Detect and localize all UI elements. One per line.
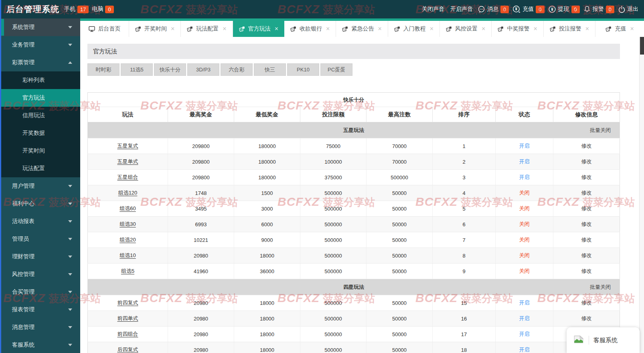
tab-close-icon[interactable]: × — [585, 26, 589, 32]
status-toggle-link[interactable]: 关闭 — [519, 190, 530, 196]
tab-投注报警[interactable]: 投注报警× — [544, 21, 595, 37]
play-name-link[interactable]: 五星复式 — [117, 143, 138, 149]
tab-close-icon[interactable]: × — [378, 26, 381, 32]
sidebar-item-消息管理[interactable]: 消息管理 — [0, 319, 80, 336]
status-toggle-link[interactable]: 开启 — [519, 347, 530, 353]
play-name-link[interactable]: 组选120 — [118, 190, 138, 196]
lottery-button-六合彩[interactable]: 六合彩 — [221, 63, 253, 76]
play-name-link[interactable]: 组选5 — [121, 268, 134, 274]
sidebar-item-系统管理[interactable]: 系统管理 — [0, 18, 80, 36]
batch-close-button[interactable]: 批量关闭 — [590, 284, 611, 291]
sidebar-item-管理员[interactable]: 管理员 — [0, 230, 80, 248]
counter-充值[interactable]: ¥+充值0 — [512, 5, 544, 13]
submenu-item-玩法配置[interactable]: 玩法配置 — [0, 160, 80, 177]
sidebar-item-风控管理[interactable]: 风控管理 — [0, 266, 80, 283]
logout-button[interactable]: 退出 — [618, 6, 638, 13]
edit-link[interactable]: 修改 — [581, 300, 592, 306]
tab-入门教程[interactable]: 入门教程× — [388, 21, 440, 37]
tab-紧急公告[interactable]: 紧急公告× — [336, 21, 388, 37]
tab-close-icon[interactable]: × — [630, 26, 634, 32]
play-name-link[interactable]: 前四复式 — [117, 300, 138, 306]
tab-close-icon[interactable]: × — [326, 26, 330, 32]
sidebar-item-福利中心[interactable]: 福利中心 — [0, 195, 80, 213]
scrollbar-thumb[interactable] — [640, 37, 644, 55]
edit-link[interactable]: 修改 — [581, 158, 592, 164]
status-toggle-link[interactable]: 开启 — [519, 315, 530, 321]
play-name-link[interactable]: 后四复式 — [117, 347, 138, 353]
lottery-button-快乐十分[interactable]: 快乐十分 — [154, 63, 186, 76]
lottery-button-11选5[interactable]: 11选5 — [121, 63, 153, 76]
lottery-button-时时彩[interactable]: 时时彩 — [87, 63, 119, 76]
edit-link[interactable]: 修改 — [581, 252, 592, 258]
status-toggle-link[interactable]: 关闭 — [519, 221, 530, 227]
edit-link[interactable]: 修改 — [581, 237, 592, 243]
lottery-button-PC蛋蛋[interactable]: PC蛋蛋 — [320, 63, 352, 76]
status-toggle-link[interactable]: 开启 — [519, 174, 530, 180]
play-name-link[interactable]: 组选60 — [119, 205, 136, 211]
play-name-link[interactable]: 五星单式 — [117, 158, 138, 164]
sidebar-item-用户管理[interactable]: 用户管理 — [0, 177, 80, 195]
tab-close-icon[interactable]: × — [533, 26, 537, 32]
sidebar-item-合买管理[interactable]: 合买管理 — [0, 283, 80, 301]
edit-link[interactable]: 修改 — [581, 174, 592, 180]
tab-close-icon[interactable]: × — [482, 26, 485, 32]
submenu-item-官方玩法[interactable]: 官方玩法 — [0, 89, 80, 107]
batch-close-button[interactable]: 批量关闭 — [590, 127, 611, 134]
sidebar-item-彩票管理[interactable]: 彩票管理 — [0, 54, 80, 71]
tab-中奖报警[interactable]: 中奖报警× — [492, 21, 543, 37]
tab-收款银行[interactable]: 收款银行× — [284, 21, 336, 37]
edit-cell: 修改 — [553, 217, 620, 232]
chevron-down-icon — [68, 238, 72, 240]
lottery-button-快三[interactable]: 快三 — [254, 63, 286, 76]
play-name-link[interactable]: 组选20 — [119, 237, 136, 243]
status-toggle-link[interactable]: 开启 — [519, 143, 530, 149]
counter-提现[interactable]: ¥提现0 — [548, 5, 580, 13]
submenu-item-信用玩法[interactable]: 信用玩法 — [0, 107, 80, 124]
counter-报警[interactable]: 报警0 — [583, 6, 614, 13]
edit-link[interactable]: 修改 — [581, 143, 592, 149]
lottery-button-3D/P3[interactable]: 3D/P3 — [187, 63, 219, 76]
sidebar-item-客服系统[interactable]: 客服系统 — [0, 336, 80, 353]
play-name-link[interactable]: 组选30 — [119, 221, 136, 227]
header-link-开启声音[interactable]: 开启声音 — [450, 6, 473, 13]
edit-link[interactable]: 修改 — [581, 268, 592, 274]
monitor-icon — [89, 26, 95, 32]
play-name-link[interactable]: 五星组合 — [117, 174, 138, 180]
tab-风控设置[interactable]: 风控设置× — [440, 21, 492, 37]
tab-开奖时间[interactable]: 开奖时间× — [129, 21, 181, 37]
tab-玩法配置[interactable]: 玩法配置× — [181, 21, 233, 37]
submenu-item-开奖时间[interactable]: 开奖时间 — [0, 142, 80, 160]
tab-close-icon[interactable]: × — [171, 26, 174, 32]
status-toggle-link[interactable]: 关闭 — [519, 237, 530, 243]
counter-消息[interactable]: 消息0 — [478, 6, 509, 13]
submenu-item-彩种列表[interactable]: 彩种列表 — [0, 71, 80, 89]
edit-link[interactable]: 修改 — [581, 221, 592, 227]
status-toggle-link[interactable]: 开启 — [519, 331, 530, 337]
edit-link[interactable]: 修改 — [581, 315, 592, 321]
customer-service-widget[interactable]: 客服系统 — [567, 327, 640, 353]
status-toggle-link[interactable]: 关闭 — [519, 252, 530, 258]
tab-官方玩法[interactable]: 官方玩法× — [233, 21, 284, 37]
status-toggle-link[interactable]: 关闭 — [519, 205, 530, 211]
edit-link[interactable]: 修改 — [581, 205, 592, 211]
sidebar-item-理财管理[interactable]: 理财管理 — [0, 248, 80, 266]
sidebar-item-活动报表[interactable]: 活动报表 — [0, 213, 80, 230]
tab-close-icon[interactable]: × — [275, 26, 278, 32]
sidebar-item-报表管理[interactable]: 报表管理 — [0, 301, 80, 319]
sidebar-item-业务管理[interactable]: 业务管理 — [0, 36, 80, 54]
lottery-button-PK10[interactable]: PK10 — [287, 63, 319, 76]
tab-close-icon[interactable]: × — [430, 26, 433, 32]
header-link-关闭声音[interactable]: 关闭声音 — [422, 6, 444, 13]
status-toggle-link[interactable]: 开启 — [519, 158, 530, 164]
submenu-item-开奖数据[interactable]: 开奖数据 — [0, 124, 80, 142]
tab-后台首页[interactable]: 后台首页 — [80, 21, 129, 37]
tab-close-icon[interactable]: × — [223, 26, 226, 32]
status-toggle-link[interactable]: 关闭 — [519, 268, 530, 274]
play-name-link[interactable]: 组选10 — [119, 252, 136, 258]
play-name-link[interactable]: 前四组合 — [117, 331, 138, 337]
vertical-scrollbar[interactable] — [639, 37, 644, 353]
status-toggle-link[interactable]: 开启 — [519, 300, 530, 306]
play-name-link[interactable]: 前四单式 — [117, 315, 138, 321]
edit-link[interactable]: 修改 — [581, 190, 592, 196]
tab-充值[interactable]: 充值× — [595, 21, 644, 37]
